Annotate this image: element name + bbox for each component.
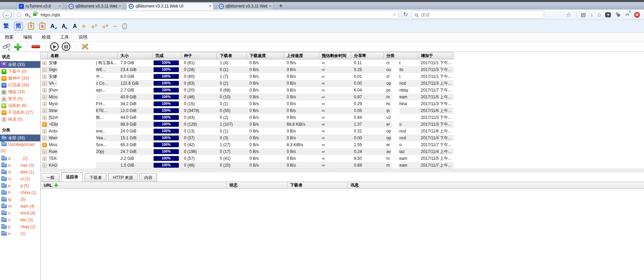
status-filter-item[interactable]: !错误 (0) <box>0 116 40 123</box>
browser-tab[interactable]: rruTorrent v3.8× <box>16 2 63 10</box>
menu-item-编辑[interactable]: 编辑 <box>18 34 37 40</box>
category-filter-item[interactable]: hchina (1) <box>0 189 40 196</box>
bookmark-star-icon[interactable]: ☆ <box>566 11 571 19</box>
status-filter-item[interactable]: ▶继续 (33) <box>0 88 40 95</box>
add-torrent-link-button[interactable]: + <box>2 42 11 51</box>
remove-site-button[interactable]: − <box>113 23 117 30</box>
search-input[interactable] <box>420 12 544 17</box>
status-filter-item[interactable]: ▶活跃的 (6) <box>0 102 40 109</box>
column-header-上传速度[interactable]: 上传速度 <box>284 52 319 59</box>
column-header-icon[interactable] <box>41 52 48 59</box>
category-filter-item[interactable]: 全部 (33) <box>0 135 40 141</box>
torrent-row[interactable]: ▲KAGI1.5 GiB100%0 (48)0 (20)0 B/s0 B/s∞0… <box>41 162 454 169</box>
page-info-icon[interactable]: i <box>17 13 21 17</box>
torrent-row[interactable]: ▲TEK-2.2 GiB100%0 (57)0 (41)0 B/s0 B/s∞9… <box>41 155 454 162</box>
column-header-下载速度[interactable]: 下载速度 <box>247 52 284 59</box>
browser-tab[interactable]: qbqBittorrent v3.3.11 Web UI× <box>216 2 274 10</box>
browser-tab[interactable]: qbqBittorrent v3.3.11 Web UI× <box>66 2 124 10</box>
properties-tab-追踪者[interactable]: 追踪者 <box>61 172 83 182</box>
category-filter-item[interactable]: u(1) <box>0 230 40 237</box>
url-text[interactable]: https://qbt <box>41 12 60 17</box>
category-filter-item[interactable]: ip(5) <box>0 196 40 203</box>
to-traditional-button[interactable]: 繁 <box>3 23 9 30</box>
status-filter-item[interactable]: II已完成 (33) <box>0 82 40 88</box>
torrent-row[interactable]: ▲VA - z Co...122.6 GiB100%0 (63)0 (2)0 B… <box>41 80 454 87</box>
new-tab-button[interactable]: + <box>276 2 285 10</box>
torrent-row[interactable]: ▲[Purewjo...2.7 GiB100%0 (20)0 (68)0 B/s… <box>41 87 454 94</box>
font-convert-down-button[interactable]: A◢ <box>51 23 57 29</box>
column-header-分享率[interactable]: 分享率 <box>351 52 384 59</box>
status-filter-item[interactable]: ▼下载中 (0) <box>0 68 40 75</box>
proxy-extension-icon[interactable] <box>615 12 621 17</box>
screenshot-extension-icon[interactable]: ✂ <box>625 11 630 19</box>
category-filter-item[interactable]: a: (2) <box>0 155 40 162</box>
status-filter-item[interactable]: ■不活跃的 (27) <box>0 109 40 116</box>
trackers-column-状态[interactable]: 状态 <box>227 182 287 188</box>
column-header-种子[interactable]: 种子 <box>181 52 217 59</box>
torrent-row[interactable]: ▲Rule20p)24.7 GiB100%0 (198)0 (17)0 B/s0… <box>41 148 454 155</box>
category-filter-item[interactable]: pnbay (2) <box>0 223 40 230</box>
properties-tab-内容[interactable]: 内容 <box>139 173 157 182</box>
torrent-row[interactable]: ▲+Ella88.9 GiB100%0 (129)1 (107)0 B/s68.… <box>41 121 454 128</box>
menu-item-检视[interactable]: 检视 <box>37 34 55 40</box>
add-torrent-file-button[interactable] <box>14 43 22 51</box>
torrent-row[interactable]: ▲WienYea...15.1 GiB100%0 (37)0 (3)0 B/s0… <box>41 135 454 141</box>
category-filter-item[interactable]: cltbits (1) <box>0 169 40 176</box>
torrent-row[interactable]: ▲Mizut40.9 GiB100%0 (46)0 (10)0 B/s0 B/s… <box>41 94 454 100</box>
trackers-column-下载者[interactable]: 下载者 <box>287 182 348 188</box>
downloads-icon[interactable]: ↓ <box>590 11 593 19</box>
clipboard-traditional-button[interactable]: T <box>28 23 34 30</box>
pause-button[interactable] <box>62 42 70 51</box>
torrent-row[interactable]: ▲StranETE...12.0 GiB100%0 (3479)0 (55)0 … <box>41 107 454 114</box>
torrent-row[interactable]: ▲[52v6限...44.0 GiB100%0 (43)0 (2)0 B/s0 … <box>41 114 454 121</box>
options-button[interactable] <box>80 42 90 51</box>
column-header-名称[interactable]: 名称 <box>48 52 118 59</box>
category-filter-item[interactable]: astaz (3) <box>0 162 40 169</box>
column-header-下载者[interactable]: 下载者 <box>217 52 247 59</box>
back-button[interactable]: ← <box>3 10 12 19</box>
home-icon[interactable]: ⌂ <box>598 11 601 19</box>
font-plain-button[interactable]: A <box>73 23 77 29</box>
torrent-row[interactable]: ▲Antorerw...24.0 GiB100%0 (13)0 (1)0 B/s… <box>41 128 454 135</box>
tab-close-icon[interactable]: × <box>269 4 271 9</box>
column-header-增加于[interactable]: 增加于 <box>418 52 454 59</box>
column-header-大小[interactable]: 大小 <box>118 52 153 59</box>
trackers-column-URL[interactable]: URL <box>41 182 227 188</box>
menu-item-工具[interactable]: 工具 <box>55 34 74 40</box>
status-filter-item[interactable]: ▲做种中 (33) <box>0 75 40 82</box>
torrent-row[interactable]: ▲SignWE...23.4 GiB100%0 (28)0 (1)0 B/s0 … <box>41 66 454 73</box>
add-tracker-icon[interactable] <box>54 183 58 187</box>
status-filter-item[interactable]: *全部 (33) <box>0 61 40 68</box>
torrent-row[interactable]: ▲MysteP.H...34.2 GiB100%0 (15)0 (1)0 B/s… <box>41 100 454 107</box>
panel-splitter[interactable] <box>41 169 644 172</box>
reload-button[interactable]: ↻ <box>401 11 410 18</box>
tab-close-icon[interactable]: × <box>59 4 61 9</box>
column-header-预估剩余时间[interactable]: 预估剩余时间 <box>319 52 351 59</box>
menu-item-说明[interactable]: 说明 <box>74 34 92 40</box>
torrent-row[interactable]: ▲安娜| 韩宝慕&...7.9 GiB100%0 (81)1 (4)0 B/s0… <box>41 59 454 66</box>
status-filter-item[interactable]: II暂停 (0) <box>0 95 40 102</box>
torrent-table-header[interactable]: 名称大小完成种子下载者下载速度上传速度预估剩余时间分享率分类增加于 <box>41 52 454 59</box>
tab-close-icon[interactable]: × <box>209 4 211 9</box>
category-filter-item[interactable]: ep (5) <box>0 182 40 189</box>
key-icon[interactable] <box>25 13 29 17</box>
clipboard-simplified-button[interactable]: S <box>39 23 45 30</box>
category-filter-item[interactable]: cict (2) <box>0 176 40 182</box>
secure-lock-icon[interactable] <box>33 13 37 16</box>
properties-tab-HTTP 来源[interactable]: HTTP 来源 <box>108 173 138 182</box>
browser-tab[interactable]: qbqBittorrent v3.3.11 Web UI× <box>126 2 214 10</box>
converter-settings-button[interactable] <box>122 23 127 29</box>
font-convert-alt-button[interactable]: A◣ <box>62 23 68 29</box>
search-box[interactable] <box>412 11 544 19</box>
trackers-column-讯息[interactable]: 讯息 <box>348 182 644 188</box>
library-icon[interactable]: ▤ <box>581 11 586 19</box>
resume-button[interactable] <box>50 42 59 51</box>
properties-tab-下载者[interactable]: 下载者 <box>85 173 106 182</box>
delete-torrent-button[interactable] <box>31 45 40 48</box>
category-filter-item[interactable]: obits (3) <box>0 216 40 223</box>
add-site-button[interactable]: + <box>82 23 86 30</box>
pocket-icon[interactable]: ∨ <box>605 12 611 17</box>
column-header-分类[interactable]: 分类 <box>384 52 418 59</box>
add-site-traditional-button[interactable]: +T <box>91 22 97 30</box>
add-site-simplified-button[interactable]: +S <box>102 22 108 30</box>
